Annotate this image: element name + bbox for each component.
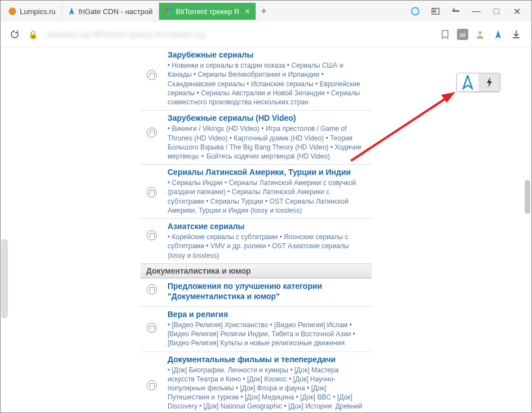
svg-rect-6 [452, 10, 459, 12]
section-header: Документалистика и юмор [140, 263, 372, 278]
category-items[interactable]: • Викинги / Vikings (HD Video) • Игра пр… [168, 124, 367, 161]
category-title[interactable]: Зарубежные сериалы [168, 50, 253, 59]
bell-icon[interactable] [147, 284, 157, 295]
sync-icon[interactable] [451, 7, 460, 16]
frigate-widget-icon [457, 73, 478, 91]
reload-button[interactable] [10, 29, 20, 39]
globe-icon [8, 7, 16, 15]
scrollbar-thumb[interactable] [525, 180, 530, 214]
category-items[interactable]: • [Видео Религия] Христианство • [Видео … [168, 320, 367, 348]
close-icon[interactable]: × [243, 7, 249, 16]
frigate-widget[interactable] [456, 73, 500, 92]
new-tab-button[interactable]: + [256, 6, 272, 17]
ext-person-icon[interactable] [474, 28, 486, 41]
tab-label: Lumpics.ru [20, 7, 56, 16]
svg-point-7 [453, 8, 455, 11]
forum-content: Зарубежные сериалы • Новинки и сериалы в… [140, 47, 372, 412]
category-row: Сериалы Латинской Америки, Турции и Инди… [140, 164, 372, 218]
category-row: Предложения по улучшению категории "Доку… [140, 278, 372, 306]
opera-icon[interactable] [411, 7, 420, 16]
bell-icon[interactable] [147, 380, 157, 390]
frigate-widget-toggle[interactable] [478, 77, 500, 88]
category-row: Вера и религия • [Видео Религия] Христиа… [140, 306, 372, 352]
tab-frigate[interactable]: friGate CDN - настрой [62, 3, 159, 20]
address-bar: 🔒 rutracker.org BitTorrent трекер RuTrac… [1, 22, 531, 47]
category-row: Зарубежные сериалы • Новинки и сериалы в… [140, 47, 372, 110]
category-items[interactable]: • Новинки и сериалы в стадии показа • Се… [168, 61, 367, 107]
ext-frigate-icon[interactable] [492, 28, 504, 41]
category-title[interactable]: Предложения по улучшению категории "Доку… [168, 282, 322, 301]
bell-icon[interactable] [147, 230, 157, 240]
minimize-button[interactable]: — [472, 7, 481, 16]
category-title[interactable]: Азиатские сериалы [168, 222, 245, 231]
tab-lumpics[interactable]: Lumpics.ru [3, 3, 62, 20]
category-title[interactable]: Сериалы Латинской Америки, Турции и Инди… [168, 168, 351, 177]
bell-icon[interactable] [147, 70, 157, 80]
category-row: Документальные фильмы и телепередачи • [… [140, 352, 372, 413]
rutracker-icon [165, 7, 173, 15]
ext-lastfm-icon[interactable]: as [457, 29, 468, 40]
category-items[interactable]: • Сериалы Индии • Сериалы Латинской Амер… [168, 178, 367, 215]
category-items[interactable]: • Корейские сериалы с субтитрами • Японс… [168, 232, 367, 260]
category-title[interactable]: Зарубежные сериалы (HD Video) [168, 113, 296, 122]
frigate-icon [68, 7, 76, 15]
svg-point-3 [166, 11, 170, 15]
bookmarks-icon[interactable] [431, 7, 440, 16]
lock-icon[interactable]: 🔒 [28, 29, 38, 39]
bookmark-icon[interactable] [439, 28, 451, 41]
category-row: Зарубежные сериалы (HD Video) • Викинги … [140, 110, 372, 164]
bell-icon[interactable] [147, 323, 157, 333]
svg-point-8 [478, 31, 482, 34]
left-scrollbar[interactable] [1, 239, 8, 318]
category-title[interactable]: Вера и религия [168, 310, 228, 319]
close-button[interactable]: ✕ [512, 7, 521, 16]
page-viewport: Зарубежные сериалы • Новинки и сериалы в… [1, 47, 531, 412]
download-icon[interactable] [510, 28, 522, 41]
maximize-button[interactable]: □ [492, 7, 501, 16]
tab-bar: Lumpics.ru friGate CDN - настрой BitTorr… [1, 1, 531, 22]
category-row: Азиатские сериалы • Корейские сериалы с … [140, 218, 372, 263]
bell-icon[interactable] [147, 128, 157, 138]
svg-marker-10 [441, 92, 455, 103]
svg-point-4 [412, 8, 419, 15]
tab-bittorrent[interactable]: BitTorrent трекер R × [159, 3, 256, 20]
tab-label: friGate CDN - настрой [79, 7, 153, 16]
category-title[interactable]: Документальные фильмы и телепередачи [168, 355, 336, 364]
bell-icon[interactable] [147, 187, 157, 197]
url-display[interactable]: rutracker.org BitTorrent трекер RuTracke… [46, 30, 431, 39]
category-items[interactable]: • [Док] Биографии. Личности и кумиры • [… [168, 366, 367, 412]
tab-label: BitTorrent трекер R [176, 7, 240, 16]
